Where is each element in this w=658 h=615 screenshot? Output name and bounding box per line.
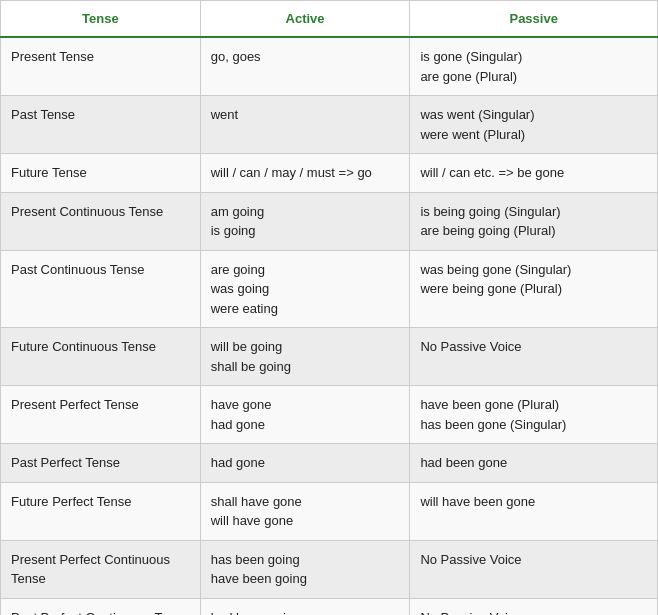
tense-cell: Future Perfect Tense [1,482,201,540]
passive-cell: have been gone (Plural)has been gone (Si… [410,386,658,444]
active-cell: went [200,96,410,154]
passive-cell: will / can etc. => be gone [410,154,658,193]
tense-cell: Future Continuous Tense [1,328,201,386]
header-tense: Tense [1,1,201,38]
table-row: Past Continuous Tenseare goingwas goingw… [1,250,658,328]
tense-cell: Past Perfect Tense [1,444,201,483]
table-row: Past Perfect Continuous Tensehad been go… [1,598,658,615]
active-cell: are goingwas goingwere eating [200,250,410,328]
table-row: Past Tensewentwas went (Singular)were we… [1,96,658,154]
active-cell: will / can / may / must => go [200,154,410,193]
table-row: Future Tensewill / can / may / must => g… [1,154,658,193]
active-cell: had been going [200,598,410,615]
tense-cell: Present Perfect Tense [1,386,201,444]
passive-cell: is gone (Singular)are gone (Plural) [410,37,658,96]
tense-cell: Past Tense [1,96,201,154]
active-cell: has been goinghave been going [200,540,410,598]
passive-cell: No Passive Voice [410,540,658,598]
passive-cell: No Passive Voice [410,598,658,615]
passive-cell: had been gone [410,444,658,483]
active-cell: shall have gonewill have gone [200,482,410,540]
passive-cell: No Passive Voice [410,328,658,386]
tense-cell: Present Tense [1,37,201,96]
header-active: Active [200,1,410,38]
passive-cell: is being going (Singular)are being going… [410,192,658,250]
active-cell: had gone [200,444,410,483]
header-passive: Passive [410,1,658,38]
header-row: Tense Active Passive [1,1,658,38]
table-row: Future Perfect Tenseshall have gonewill … [1,482,658,540]
passive-cell: will have been gone [410,482,658,540]
table-row: Present Perfect Continuous Tensehas been… [1,540,658,598]
tense-cell: Past Continuous Tense [1,250,201,328]
tense-cell: Present Continuous Tense [1,192,201,250]
active-cell: have gonehad gone [200,386,410,444]
active-cell: will be goingshall be going [200,328,410,386]
passive-cell: was being gone (Singular)were being gone… [410,250,658,328]
table-row: Past Perfect Tensehad gonehad been gone [1,444,658,483]
tense-cell: Future Tense [1,154,201,193]
active-cell: go, goes [200,37,410,96]
tense-table: Tense Active Passive Present Tensego, go… [0,0,658,615]
active-cell: am goingis going [200,192,410,250]
table-row: Present Perfect Tensehave gonehad goneha… [1,386,658,444]
passive-cell: was went (Singular)were went (Plural) [410,96,658,154]
tense-cell: Past Perfect Continuous Tense [1,598,201,615]
table-row: Future Continuous Tensewill be goingshal… [1,328,658,386]
tense-cell: Present Perfect Continuous Tense [1,540,201,598]
table-row: Present Continuous Tenseam goingis going… [1,192,658,250]
table-row: Present Tensego, goesis gone (Singular)a… [1,37,658,96]
